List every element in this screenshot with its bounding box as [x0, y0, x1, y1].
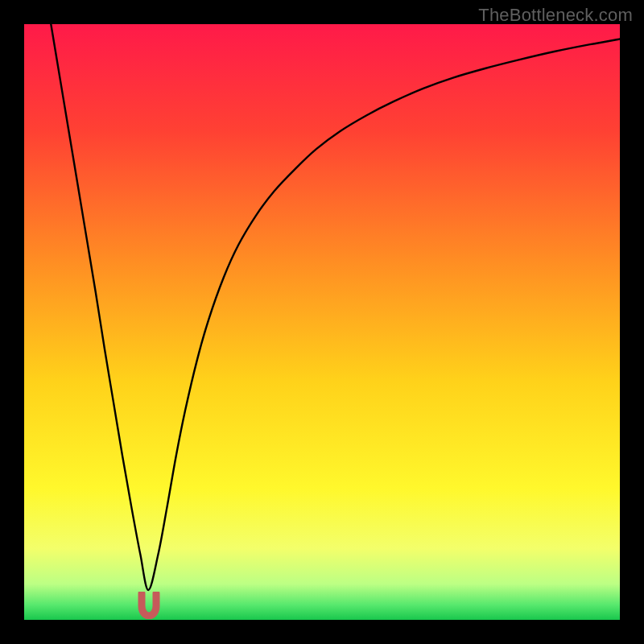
bottleneck-curve [51, 24, 620, 590]
plot-area [24, 24, 620, 620]
watermark-text: TheBottleneck.com [478, 5, 633, 26]
curve-layer [24, 24, 620, 620]
chart-frame: TheBottleneck.com [0, 0, 644, 644]
